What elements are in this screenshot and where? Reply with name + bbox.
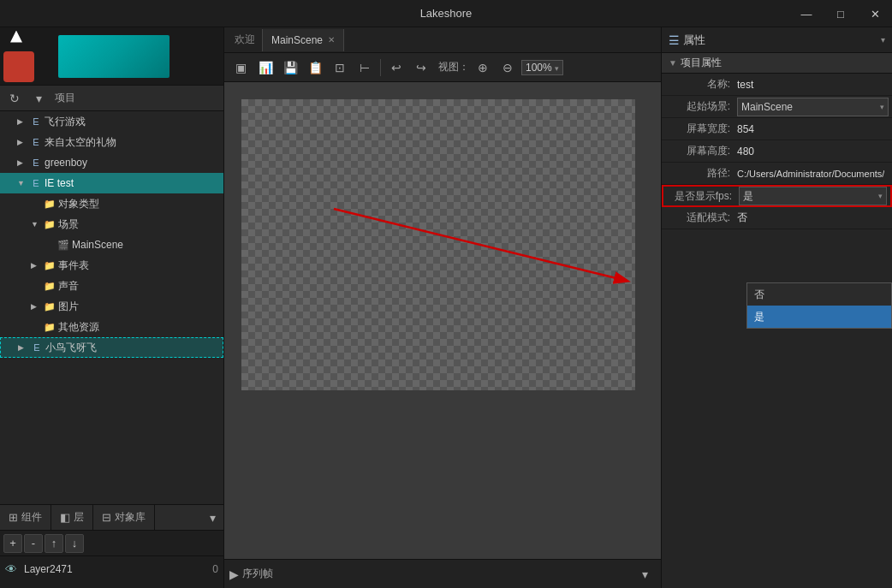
tree-item-test[interactable]: ▼ E IE test xyxy=(0,173,223,193)
tree-icon-obj-type: 📁 xyxy=(43,197,56,211)
layer-down-button[interactable]: ↓ xyxy=(65,534,84,553)
seq-label: 序列帧 xyxy=(242,567,273,581)
sidebar-label: 项目 xyxy=(55,91,75,105)
tree-label-events: 事件表 xyxy=(58,258,89,273)
logo-white xyxy=(10,31,22,43)
tree-icon-bird: E xyxy=(30,341,44,354)
logo-area xyxy=(0,27,223,86)
tree-item-sound[interactable]: ▶ 📁 声音 xyxy=(0,276,223,296)
prop-row-name: 名称: test xyxy=(662,74,892,96)
tree-label-bird: 小鸟飞呀飞 xyxy=(45,341,97,355)
tree-icon-other: 📁 xyxy=(43,320,56,334)
tree-label-sound: 声音 xyxy=(58,279,79,294)
tool1-button[interactable]: ⊡ xyxy=(329,56,351,79)
sidebar-toolbar: ↻ ▾ 项目 xyxy=(0,86,223,111)
tree-arrow-fly: ▶ xyxy=(17,117,27,126)
tree-item-events[interactable]: ▶ 📁 事件表 xyxy=(0,255,223,276)
redo-button[interactable]: ↪ xyxy=(410,56,432,79)
tree-label-gift: 来自太空的礼物 xyxy=(45,135,116,150)
minimize-button[interactable]: — xyxy=(789,0,824,27)
adapt-option-no[interactable]: 否 xyxy=(747,283,891,306)
section-header: ▼ 项目属性 xyxy=(662,53,892,74)
zoom-select[interactable]: 100% ▾ xyxy=(521,60,563,75)
tree-icon-gift: E xyxy=(29,135,43,149)
save-as-button[interactable]: 📋 xyxy=(304,56,326,79)
tool2-button[interactable]: ⊢ xyxy=(354,56,376,79)
close-button[interactable]: ✕ xyxy=(858,0,892,27)
tree-arrow-test: ▼ xyxy=(17,179,27,187)
tab-components-label: 组件 xyxy=(21,510,42,525)
prop-select-scene[interactable]: MainScene ▾ xyxy=(737,98,889,116)
tree-label-scene-group: 场景 xyxy=(58,217,79,232)
tab-layers[interactable]: ◧ 层 xyxy=(51,505,93,530)
prop-select-fps[interactable]: 是 ▾ xyxy=(739,187,887,205)
tree-arrow-greenboy: ▶ xyxy=(17,158,27,167)
tree-icon-main-scene: 🎬 xyxy=(56,238,70,252)
tree-item-fly[interactable]: ▶ E 飞行游戏 xyxy=(0,111,223,132)
save-button[interactable]: 💾 xyxy=(279,56,301,79)
tree-item-bird[interactable]: ▶ E 小鸟飞呀飞 xyxy=(0,337,223,358)
maximize-button[interactable]: □ xyxy=(824,0,858,27)
refresh-button[interactable]: ↻ xyxy=(3,87,26,110)
adapt-dropdown[interactable]: 否 是 xyxy=(746,282,892,329)
objects-icon: ⊟ xyxy=(102,511,111,524)
tree-item-images[interactable]: ▶ 📁 图片 xyxy=(0,296,223,317)
sequence-panel: ▶ 序列帧 ▾ xyxy=(224,559,661,588)
viewport-canvas[interactable] xyxy=(224,82,661,559)
adapt-dropdown-box: 否 是 xyxy=(746,282,892,329)
tree-label-test: IE test xyxy=(45,177,74,189)
tab-components[interactable]: ⊞ 组件 xyxy=(0,505,51,530)
main-scene-tab[interactable]: MainScene ✕ xyxy=(262,29,344,51)
tab-close-icon[interactable]: ✕ xyxy=(328,35,335,45)
adapt-option-yes[interactable]: 是 xyxy=(747,306,891,328)
main-scene-tab-label: MainScene xyxy=(271,34,323,46)
tree-label-greenboy: greenboy xyxy=(45,157,87,169)
zoom-in-button[interactable]: ⊕ xyxy=(472,56,494,79)
tab-bar: 欢迎 MainScene ✕ xyxy=(224,27,661,53)
prop-row-adapt: 适配模式: 否 xyxy=(662,207,892,229)
tree-label-other: 其他资源 xyxy=(58,320,99,335)
tree-item-greenboy[interactable]: ▶ E greenboy xyxy=(0,152,223,173)
prop-key-height: 屏幕高度: xyxy=(669,144,737,158)
select-tool-button[interactable]: ▣ xyxy=(229,56,252,79)
welcome-button[interactable]: 欢迎 xyxy=(228,29,262,51)
tree-item-main-scene[interactable]: ▶ 🎬 MainScene xyxy=(0,235,223,255)
logo-icon xyxy=(3,31,55,82)
tab-objects[interactable]: ⊟ 对象库 xyxy=(93,505,155,530)
tree-item-gift[interactable]: ▶ E 来自太空的礼物 xyxy=(0,132,223,152)
tree-item-obj-type[interactable]: ▶ 📁 对象类型 xyxy=(0,193,223,214)
properties-arrow-icon[interactable]: ▾ xyxy=(881,35,885,45)
tree-icon-images: 📁 xyxy=(43,300,56,313)
prop-select-fps-value: 是 xyxy=(743,189,753,204)
tree-arrow-bird: ▶ xyxy=(18,343,28,352)
main-layout: ↻ ▾ 项目 ▶ E 飞行游戏 ▶ E 来自太空的礼物 ▶ E greenboy xyxy=(0,27,892,588)
undo-button[interactable]: ↩ xyxy=(385,56,407,79)
prop-row-path: 路径: C:/Users/Administrator/Documents/ xyxy=(662,163,892,185)
toolbar-arrow-button[interactable]: ▾ xyxy=(27,87,50,110)
adapt-option-yes-label: 是 xyxy=(754,310,764,324)
layer-eye-icon[interactable]: 👁 xyxy=(5,562,17,576)
layer-name: Layer2471 xyxy=(24,563,205,575)
zoom-value: 100% xyxy=(526,62,552,74)
layer-toolbar: + - ↑ ↓ xyxy=(0,531,223,556)
tree-arrow-scene-group: ▼ xyxy=(31,220,41,229)
tree-item-other[interactable]: ▶ 📁 其他资源 xyxy=(0,317,223,337)
prop-row-fps: 是否显示fps: 是 ▾ xyxy=(662,185,892,207)
prop-row-width: 屏幕宽度: 854 xyxy=(662,118,892,140)
view-label: 视图： xyxy=(438,60,469,74)
layer-add-button[interactable]: + xyxy=(3,534,22,553)
logo-banner xyxy=(58,35,169,78)
layer-remove-button[interactable]: - xyxy=(24,534,43,553)
seq-arrow-button[interactable]: ▾ xyxy=(633,563,656,585)
tree-arrow-events: ▶ xyxy=(31,261,41,270)
layer-up-button[interactable]: ↑ xyxy=(45,534,63,553)
titlebar: Lakeshore — □ ✕ xyxy=(0,0,892,27)
timeline-button[interactable]: 📊 xyxy=(254,56,277,79)
tree-label-main-scene: MainScene xyxy=(72,239,123,251)
tab-panel-arrow[interactable]: ▾ xyxy=(201,507,223,529)
prop-val-width: 854 xyxy=(737,123,754,135)
prop-val-adapt: 否 xyxy=(737,211,747,225)
tree-item-scene-group[interactable]: ▼ 📁 场景 xyxy=(0,214,223,235)
prop-key-path: 路径: xyxy=(669,166,737,181)
zoom-out-button[interactable]: ⊖ xyxy=(497,56,519,79)
